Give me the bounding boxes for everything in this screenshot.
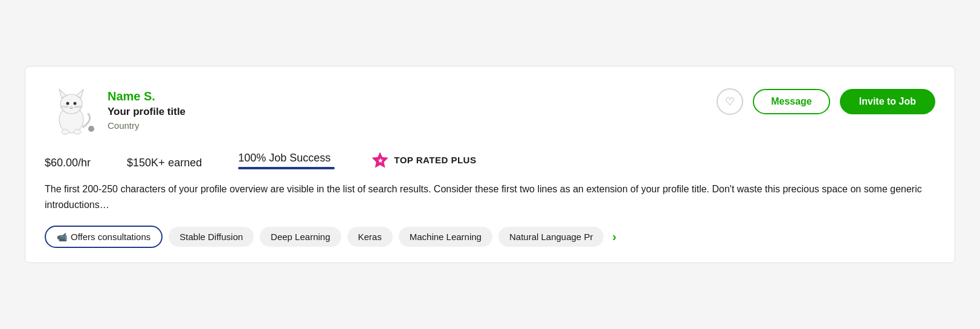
job-success-bar <box>238 167 335 169</box>
top-rated-badge-wrap: ★ TOP RATED PLUS <box>371 151 476 169</box>
skill-label-machine-learning: Machine Learning <box>410 232 482 242</box>
profile-left: Name S. Your profile title Country <box>45 83 185 137</box>
tags-row: 📹 Offers consultations Stable Diffusion … <box>45 226 935 248</box>
skill-tag-deep-learning[interactable]: Deep Learning <box>260 227 341 247</box>
skill-label-nlp: Natural Language Pr <box>509 232 593 242</box>
svg-line-8 <box>60 107 68 108</box>
invite-to-job-button[interactable]: Invite to Job <box>840 89 935 114</box>
consultation-tag-label: Offers consultations <box>71 232 150 242</box>
earned-stat: $150K+ earned <box>127 155 202 169</box>
online-status-dot <box>87 125 95 133</box>
message-button[interactable]: Message <box>753 89 830 114</box>
svg-text:★: ★ <box>378 157 384 164</box>
profile-info: Name S. Your profile title Country <box>108 90 185 131</box>
top-rated-badge-icon: ★ <box>371 151 389 169</box>
video-icon: 📹 <box>57 232 67 242</box>
job-success-label: 100% Job Success <box>238 152 330 164</box>
stats-row: $60.00/hr $150K+ earned 100% Job Success… <box>45 151 935 169</box>
profile-overview: The first 200-250 characters of your pro… <box>45 181 935 212</box>
rate-stat: $60.00/hr <box>45 155 91 169</box>
more-tags-arrow[interactable]: › <box>612 230 616 244</box>
skill-label-deep-learning: Deep Learning <box>271 232 330 242</box>
skill-tag-nlp[interactable]: Natural Language Pr <box>498 227 604 247</box>
action-buttons: ♡ Message Invite to Job <box>717 88 935 115</box>
skill-tag-keras[interactable]: Keras <box>347 227 393 247</box>
skill-tag-machine-learning[interactable]: Machine Learning <box>399 227 492 247</box>
profile-name: Name S. <box>108 90 185 103</box>
earned-value: $150K+ earned <box>127 155 202 169</box>
consultation-tag[interactable]: 📹 Offers consultations <box>45 226 163 248</box>
svg-point-6 <box>71 106 73 107</box>
skill-label-keras: Keras <box>358 232 382 242</box>
rate-value: $60.00/hr <box>45 155 91 169</box>
profile-title: Your profile title <box>108 106 185 118</box>
job-success-stat: 100% Job Success <box>238 152 335 169</box>
favorite-button[interactable]: ♡ <box>717 88 743 115</box>
top-rated-label: TOP RATED PLUS <box>394 155 476 165</box>
skill-label-stable-diffusion: Stable Diffusion <box>179 232 243 242</box>
svg-point-5 <box>74 102 77 105</box>
avatar <box>45 83 98 137</box>
profile-country: Country <box>108 120 185 131</box>
skill-tag-stable-diffusion[interactable]: Stable Diffusion <box>169 227 254 247</box>
freelancer-card: Name S. Your profile title Country ♡ Mes… <box>25 66 955 263</box>
svg-point-12 <box>74 129 81 134</box>
top-section: Name S. Your profile title Country ♡ Mes… <box>45 83 935 137</box>
svg-line-10 <box>74 107 82 108</box>
svg-point-11 <box>62 129 69 134</box>
svg-point-4 <box>66 102 69 105</box>
